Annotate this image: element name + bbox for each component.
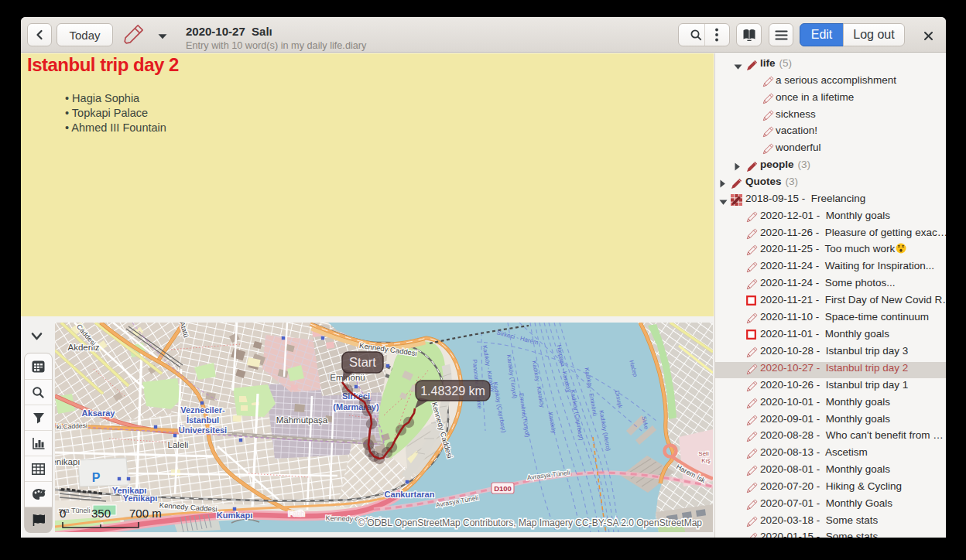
svg-text:350: 350 [91,507,111,520]
svg-text:Aksaray: Aksaray [82,408,116,418]
svg-text:© ODBL OpenStreetMap Contribut: © ODBL OpenStreetMap Contributors, Map I… [358,517,702,528]
svg-text:enikapı: enikapı [55,457,80,466]
svg-text:Fatih: Fatih [288,509,304,517]
svg-text:700 m: 700 m [129,507,162,520]
svg-text:İstanbul: İstanbul [187,415,219,425]
svg-text:Start: Start [349,355,376,369]
svg-text:Üniversitesi: Üniversitesi [179,425,227,435]
svg-text:1.48329 km: 1.48329 km [420,384,485,398]
svg-text:Kumkapı: Kumkapı [217,510,252,520]
svg-text:0: 0 [60,507,66,520]
svg-text:Mahmutpaşa: Mahmutpaşa [276,415,328,425]
svg-text:ki.Caddesi: ki.Caddesi [57,422,87,431]
svg-text:P: P [92,471,101,484]
svg-text:Seli: Seli [698,450,709,457]
svg-text:Kış: Kış [701,457,711,464]
svg-text:Cankurtaran: Cankurtaran [385,490,435,499]
svg-text:Laleli: Laleli [168,440,189,449]
svg-text:Vezneciler-: Vezneciler- [180,405,225,415]
svg-text:Yenikapı: Yenikapı [123,493,158,503]
svg-text:D100: D100 [494,484,512,493]
